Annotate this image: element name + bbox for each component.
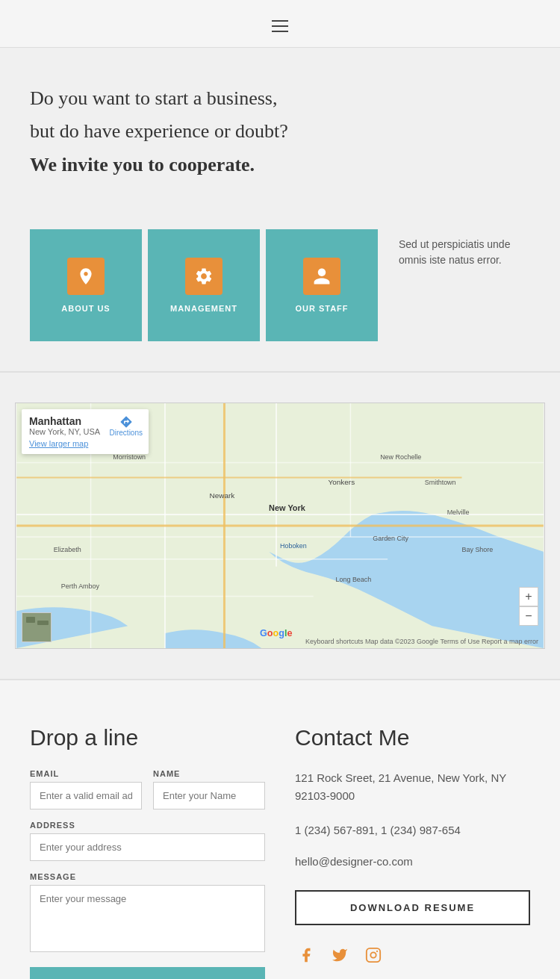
name-label: NAME [153,769,265,778]
map-footer-text: Keyboard shortcuts Map data ©2023 Google… [305,638,538,645]
email-name-row: EMAIL NAME [30,769,265,809]
name-input[interactable] [153,782,265,809]
svg-point-31 [370,953,376,958]
contact-info-side: Contact Me 121 Rock Sreet, 21 Avenue, Ne… [295,725,530,979]
svg-point-32 [376,951,378,952]
svg-text:New York: New York [269,503,306,512]
hero-line3: We invite you to cooperate. [30,152,530,178]
hamburger-menu-button[interactable] [268,16,292,36]
svg-text:Yonkers: Yonkers [329,479,355,487]
contact-phone: 1 (234) 567-891, 1 (234) 987-654 [295,824,530,836]
svg-text:Elizabeth: Elizabeth [54,546,81,553]
svg-text:Perth Amboy: Perth Amboy [61,583,100,591]
svg-rect-28 [37,621,49,625]
facebook-icon[interactable] [295,944,317,966]
contact-title: Contact Me [295,725,530,750]
our-staff-label: OUR STAFF [295,304,348,313]
map-thumbnail [22,612,52,642]
twitter-icon-svg [332,947,348,963]
hero-section: Do you want to start a business, but do … [0,48,560,214]
email-group: EMAIL [30,769,142,809]
cards-section: ABOUT US MANAGEMENT OUR STAFF Sed ut per… [0,214,560,371]
directions-icon [119,415,133,429]
svg-text:Melville: Melville [447,509,470,516]
map-popup: Manhattan New York, NY, USA View larger … [22,409,149,454]
hero-line2: but do have experience or doubt? [30,118,530,145]
zoom-out-button[interactable]: − [519,606,538,626]
svg-text:Hoboken: Hoboken [280,542,307,550]
email-label: EMAIL [30,769,142,778]
hero-cta: We invite you to cooperate. [30,154,255,175]
svg-text:Morristown: Morristown [113,453,146,461]
gear-icon [194,267,214,286]
directions-button[interactable]: Directions [110,415,143,437]
contact-email: hello@designer-co.com [295,855,530,868]
header [0,0,560,48]
svg-text:Long Beach: Long Beach [336,576,372,583]
person-icon [312,267,332,286]
address-group: ADDRESS [30,821,265,861]
name-group: NAME [153,769,265,809]
map-thumb-image [22,613,52,642]
about-us-card[interactable]: ABOUT US [30,229,142,341]
message-input[interactable] [30,885,265,952]
map-zoom-controls: + − [519,587,538,626]
svg-text:Garden City: Garden City [373,535,408,542]
facebook-icon-svg [298,947,314,963]
svg-text:Newark: Newark [210,491,235,500]
svg-text:Smithtown: Smithtown [425,479,456,487]
cards-container: ABOUT US MANAGEMENT OUR STAFF [30,229,384,341]
email-input[interactable] [30,782,142,809]
form-title: Drop a line [30,725,265,750]
svg-text:Google: Google [260,628,292,638]
instagram-icon[interactable] [362,944,385,966]
hamburger-line [272,31,288,32]
contact-section: Drop a line EMAIL NAME ADDRESS MESSAGE S… [0,680,560,979]
management-label: MANAGEMENT [170,304,237,313]
zoom-in-button[interactable]: + [519,587,538,606]
svg-text:New Rochelle: New Rochelle [380,453,421,461]
address-label: ADDRESS [30,821,265,830]
hamburger-line [272,20,288,22]
google-logo: Google [260,626,300,642]
google-logo-image: Google [260,626,300,639]
management-card[interactable]: MANAGEMENT [148,229,260,341]
about-us-label: ABOUT US [61,304,110,313]
our-staff-card[interactable]: OUR STAFF [266,229,378,341]
svg-text:Bay Shore: Bay Shore [462,546,494,553]
contact-address: 121 Rock Sreet, 21 Avenue, New York, NY … [295,769,530,805]
directions-label: Directions [110,429,143,437]
download-resume-button[interactable]: DOWNLOAD RESUME [295,890,530,925]
person-icon-bg [303,258,340,295]
location-icon [76,267,96,286]
submit-button[interactable]: SUBMIT [30,967,265,979]
message-group: MESSAGE [30,872,265,952]
view-larger-map-link[interactable]: View larger map [29,439,141,448]
svg-rect-30 [367,948,380,962]
svg-rect-27 [26,617,35,623]
address-input[interactable] [30,833,265,861]
map-container[interactable]: New York Newark Yonkers Morristown New R… [15,403,545,649]
map-section: New York Newark Yonkers Morristown New R… [0,373,560,679]
gear-icon-bg [185,258,223,295]
twitter-icon[interactable] [329,944,351,966]
social-icons-container [295,944,530,966]
map-attribution: Keyboard shortcuts Map data ©2023 Google… [305,638,538,645]
hero-line1: Do you want to start a business, [30,85,530,112]
hamburger-line [272,25,288,27]
location-icon-bg [67,258,105,295]
instagram-icon-svg [365,947,382,963]
side-description-text: Sed ut perspiciatis unde omnis iste natu… [399,237,515,268]
contact-form-side: Drop a line EMAIL NAME ADDRESS MESSAGE S… [30,725,265,979]
message-label: MESSAGE [30,872,265,881]
side-description: Sed ut perspiciatis unde omnis iste natu… [384,229,530,276]
